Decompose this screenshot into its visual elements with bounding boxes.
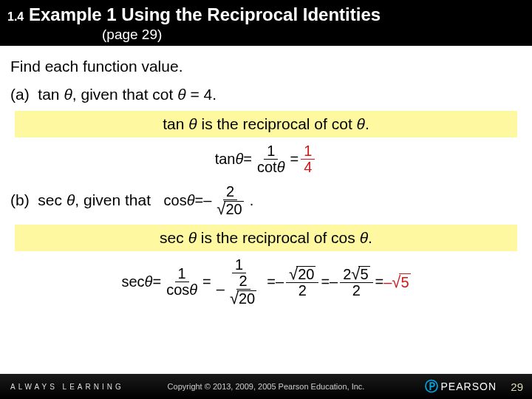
fraction: 1 cosθ [163,266,200,298]
theta: θ [66,191,75,208]
denominator: cotθ [254,160,288,175]
theta: θ [64,86,72,103]
equals: = [152,273,161,290]
page-reference: (page 29) [102,27,525,43]
fraction: 1 –2√20 [214,257,265,307]
cos-fn: cos [166,282,189,298]
pearson-logo: Ⓟ PEARSON [425,378,497,395]
part-b-label: (b) [10,191,30,208]
numerator: 1 [232,257,246,273]
note-b-before: sec [160,229,188,246]
slide-title: 1.4 Example 1 Using the Reciprocal Ident… [7,4,525,25]
fraction-result: 1 4 [301,143,315,175]
copyright-text: Copyright © 2013, 2009, 2005 Pearson Edu… [168,382,365,391]
equals: = [321,273,330,290]
numerator: 2√5 [340,265,372,283]
theta: θ [189,282,197,298]
negative-sign: – [276,273,284,290]
denominator: 2 [296,283,310,299]
period: . [250,192,254,209]
equals: = [375,273,384,290]
denominator: √20 [214,200,246,217]
equals: = [290,151,299,168]
tan-fn: tan [215,151,236,168]
equals: = [267,273,276,290]
highlight-a: tan θ is the reciprocal of cot θ. [15,111,517,137]
section-number: 1.4 [7,10,24,23]
theta: θ [277,159,285,175]
theta: θ [235,151,243,168]
theta: θ [177,86,185,103]
note-a-after: . [365,115,369,132]
note-a-mid: is the reciprocal of cot [197,115,357,132]
sec-fn: sec [121,273,144,290]
radicand: 5 [399,273,410,291]
equals: = [243,151,252,168]
cot-fn: cot [257,159,277,175]
fraction: 2 √20 [214,184,246,217]
denominator: –2√20 [214,273,265,307]
denominator: 2 [349,283,364,299]
radicand: 5 [358,266,369,282]
page-number: 29 [511,381,523,393]
radicand: 20 [296,266,316,282]
cos-fn: cos [164,192,187,209]
numerator: 1 [175,266,189,282]
note-a-before: tan [163,115,188,132]
fraction: 2√5 2 [340,265,372,299]
radicand: 20 [224,201,243,217]
negative-sign: – [203,192,211,209]
part-b-mid: , given that [75,191,151,208]
denominator: 4 [301,160,315,175]
inner-num: 2 [236,273,250,290]
slide-header: 1.4 Example 1 Using the Reciprocal Ident… [0,0,532,46]
numerator: 1 [264,143,278,160]
theta: θ [360,229,368,246]
theta: θ [187,192,195,209]
part-b: (b) sec θ, given that cosθ = – 2 √20 . [10,184,522,217]
coef: 2 [343,266,351,282]
slide-content: Find each function value. (a) tan θ, giv… [0,46,532,307]
final-result: –√5 [383,273,410,292]
negative-sign: – [330,273,338,290]
numerator: √20 [286,265,318,283]
theta: θ [188,229,197,246]
title-text: Using the Reciprocal Identities [121,4,381,24]
numerator: 1 [301,143,315,160]
fraction: 1 cotθ [254,143,288,175]
inner-den: √20 [227,290,259,307]
negative-sign: – [383,274,392,290]
equation-a: tanθ = 1 cotθ = 1 4 [10,143,522,175]
instruction-text: Find each function value. [10,58,522,75]
part-a-label: (a) [10,86,30,103]
highlight-b: sec θ is the reciprocal of cos θ. [15,225,517,251]
radicand: 20 [237,290,256,307]
theta: θ [357,115,365,132]
theta: θ [145,273,153,290]
note-b-mid: is the reciprocal of cos [197,229,360,246]
numerator: 2 [223,184,237,200]
theta: θ [188,115,197,132]
always-learning-tagline: ALWAYS LEARNING [10,383,124,391]
part-a-after: = 4. [186,86,216,103]
fraction: √20 2 [286,265,318,299]
note-b-after: . [368,229,372,246]
equals: = [202,273,211,290]
equation-b: secθ = 1 cosθ = 1 –2√20 = – √20 2 = – 2√… [10,257,522,307]
brand-text: PEARSON [441,381,497,392]
example-label: Example 1 [29,4,117,24]
part-a: (a) tan θ, given that cot θ = 4. [10,86,522,103]
pearson-icon: Ⓟ [425,378,438,395]
part-a-fn1: tan [38,86,59,103]
equals: = [195,192,204,209]
part-a-mid: , given that cot [72,86,174,103]
part-b-fn1: sec [38,191,62,208]
slide-footer: ALWAYS LEARNING Copyright © 2013, 2009, … [0,374,532,399]
sqrt: √20 [216,200,243,217]
denominator: cosθ [163,282,200,298]
negative-sign: – [216,281,225,297]
